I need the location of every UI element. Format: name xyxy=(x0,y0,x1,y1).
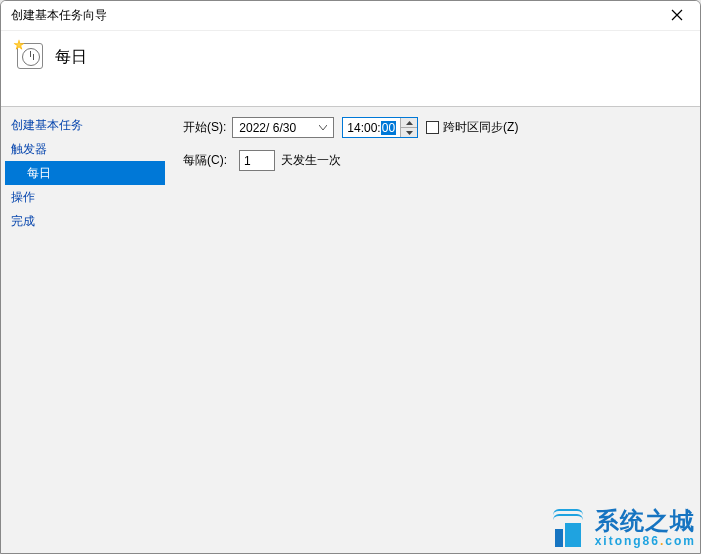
content-area: 开始(S): 2022/ 6/30 14:00:00 xyxy=(169,107,700,553)
sync-timezone-label: 跨时区同步(Z) xyxy=(443,119,518,136)
close-button[interactable] xyxy=(662,3,692,27)
close-icon xyxy=(671,9,683,21)
recur-label: 每隔(C): xyxy=(183,152,227,169)
start-time-value[interactable]: 14:00:00 xyxy=(343,118,400,137)
sidebar-item-action[interactable]: 操作 xyxy=(5,185,165,209)
start-time-spinner[interactable]: 14:00:00 xyxy=(342,117,418,138)
sync-timezone-checkbox[interactable] xyxy=(426,121,439,134)
watermark-text: 系统之城 xitong86.com xyxy=(595,509,696,547)
start-date-picker[interactable]: 2022/ 6/30 xyxy=(232,117,334,138)
sidebar-item-create-basic-task[interactable]: 创建基本任务 xyxy=(5,113,165,137)
titlebar: 创建基本任务向导 xyxy=(1,1,700,31)
time-seconds-selected: 00 xyxy=(381,121,396,135)
chevron-down-icon xyxy=(319,125,327,131)
sidebar-item-daily[interactable]: 每日 xyxy=(5,161,165,185)
task-clock-icon xyxy=(15,41,45,71)
chevron-down-icon xyxy=(406,131,413,135)
date-dropdown-button[interactable] xyxy=(315,119,331,136)
recur-interval-input[interactable] xyxy=(239,150,275,171)
wizard-window: 创建基本任务向导 每日 创建基本任务 触发器 每日 操作 完成 开始(S): 2… xyxy=(0,0,701,554)
time-spin-buttons xyxy=(400,118,417,137)
start-date-value: 2022/ 6/30 xyxy=(239,121,313,135)
recur-suffix: 天发生一次 xyxy=(281,152,341,169)
watermark-cn: 系统之城 xyxy=(595,509,696,533)
recur-row: 每隔(C): 天发生一次 xyxy=(183,150,686,171)
chevron-up-icon xyxy=(406,121,413,125)
window-title: 创建基本任务向导 xyxy=(11,7,107,24)
time-spin-up[interactable] xyxy=(401,118,417,128)
wizard-header: 每日 xyxy=(1,31,700,107)
start-row: 开始(S): 2022/ 6/30 14:00:00 xyxy=(183,117,686,138)
time-hour-min: 14:00: xyxy=(347,121,380,135)
wizard-body: 创建基本任务 触发器 每日 操作 完成 开始(S): 2022/ 6/30 14… xyxy=(1,107,700,553)
page-title: 每日 xyxy=(55,47,87,68)
watermark-url: xitong86.com xyxy=(595,535,696,547)
wizard-sidebar: 创建基本任务 触发器 每日 操作 完成 xyxy=(1,107,169,553)
watermark-logo-icon xyxy=(547,507,589,549)
start-label: 开始(S): xyxy=(183,119,226,136)
sidebar-item-finish[interactable]: 完成 xyxy=(5,209,165,233)
sidebar-item-trigger[interactable]: 触发器 xyxy=(5,137,165,161)
watermark: 系统之城 xitong86.com xyxy=(547,507,696,549)
time-spin-down[interactable] xyxy=(401,128,417,137)
